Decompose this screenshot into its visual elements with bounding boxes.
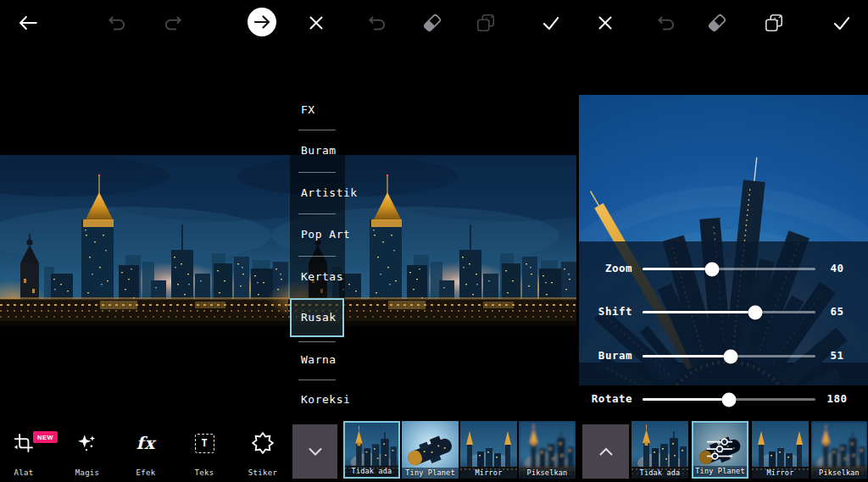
text-icon: T	[195, 434, 214, 453]
magic-sparkles-icon	[76, 432, 98, 454]
shift-slider-row: Shift 65	[579, 303, 868, 320]
rotate-slider-section: Rotate 180	[579, 385, 868, 419]
filter-thumb-label: Tiny Planet	[693, 466, 747, 477]
menu-item-rusak-selected[interactable]: Rusak	[290, 298, 344, 337]
menu-divider	[298, 341, 336, 342]
shift-slider-value: 65	[818, 305, 856, 318]
tool-efek[interactable]: fx Efek	[122, 421, 170, 482]
tool-label: Efek	[122, 468, 170, 477]
buram-slider-thumb[interactable]	[724, 349, 738, 363]
zoom-slider-value: 40	[818, 262, 856, 274]
undo-icon	[655, 12, 677, 34]
eraser-icon	[421, 12, 443, 34]
tool-label: Alat	[0, 468, 47, 477]
collapse-filmstrip-button[interactable]	[292, 424, 337, 479]
zoom-slider-label: Zoom	[579, 262, 632, 274]
undo-icon	[366, 12, 388, 34]
effects-category-menu: FX Buram Artistik Pop Art Kertas Rusak W…	[290, 47, 345, 415]
sliders-settings-icon	[707, 439, 732, 459]
eraser-icon	[706, 12, 728, 34]
shift-slider[interactable]	[643, 305, 815, 319]
filter-thumb-mirror[interactable]: Mirror	[460, 421, 517, 479]
chevron-down-icon	[303, 440, 327, 463]
zoom-slider[interactable]	[643, 262, 815, 275]
arrow-right-icon	[248, 8, 276, 36]
menu-item-buram[interactable]: Buram	[301, 143, 337, 158]
tool-stiker[interactable]: Stiker	[239, 421, 287, 482]
undo-button[interactable]	[105, 11, 129, 35]
menu-item-kertas[interactable]: Kertas	[301, 269, 343, 285]
shift-slider-label: Shift	[579, 305, 632, 318]
filter-thumb-label: Pikselkan	[811, 468, 867, 479]
zoom-slider-thumb[interactable]	[704, 262, 719, 276]
filter-thumb-pikselkan[interactable]: Pikselkan	[519, 421, 576, 479]
cancel-button[interactable]	[304, 11, 328, 35]
layers-icon	[763, 12, 785, 34]
back-button[interactable]	[16, 11, 40, 35]
rotate-slider-label: Rotate	[579, 392, 632, 405]
photo-editor-app: FX Buram Artistik Pop Art Kertas Rusak W…	[0, 0, 868, 482]
rotate-slider-row: Rotate 180	[579, 391, 868, 407]
menu-divider	[298, 172, 336, 173]
menu-divider	[298, 213, 336, 214]
filter-thumb-mirror-2[interactable]: Mirror	[752, 421, 809, 479]
undo-button-3[interactable]	[654, 11, 678, 35]
undo-icon	[106, 12, 128, 34]
menu-item-warna[interactable]: Warna	[301, 352, 337, 368]
redo-button[interactable]	[161, 11, 185, 35]
tool-label: Magis	[64, 468, 111, 477]
menu-item-pop-art[interactable]: Pop Art	[301, 227, 350, 242]
buram-slider-value: 51	[818, 349, 856, 362]
back-arrow-icon	[17, 12, 39, 34]
menu-item-artistik[interactable]: Artistik	[301, 186, 358, 201]
menu-item-rusak: Rusak	[301, 310, 337, 325]
expand-filmstrip-button[interactable]	[582, 424, 629, 479]
filter-thumb-label: Mirror	[752, 468, 809, 479]
slider-overlay: Zoom 40 Shift 65 Buram 51	[579, 241, 868, 385]
tool-label: Teks	[181, 468, 228, 477]
undo-button-2[interactable]	[365, 11, 389, 35]
apply-button[interactable]	[248, 8, 276, 36]
filter-thumb-pikselkan-2[interactable]: Pikselkan	[811, 421, 867, 479]
cancel-button-2[interactable]	[593, 11, 617, 35]
menu-item-fx[interactable]: FX	[301, 102, 315, 118]
menu-item-koreksi[interactable]: Koreksi	[301, 392, 350, 407]
menu-divider	[298, 380, 336, 380]
effect-settings-panel: Zoom 40 Shift 65 Buram 51	[579, 95, 868, 385]
layers-icon	[475, 12, 497, 34]
sticker-icon	[252, 432, 274, 454]
crop-icon	[13, 432, 35, 454]
rotate-slider-thumb[interactable]	[722, 392, 737, 407]
filter-thumb-tiny-planet[interactable]: Tiny Planet	[402, 421, 459, 479]
filter-thumb-tidak-ada[interactable]: Tidak ada	[343, 421, 400, 479]
rotate-slider-value: 180	[818, 392, 856, 405]
photo-canvas[interactable]	[0, 155, 576, 326]
layers-button[interactable]	[474, 11, 498, 35]
filter-thumb-tiny-planet-2[interactable]: Tiny Planet	[692, 421, 748, 479]
buram-slider-row: Buram 51	[579, 347, 868, 364]
chevron-up-icon	[594, 440, 618, 463]
tool-teks[interactable]: T Teks	[181, 421, 228, 482]
confirm-button[interactable]	[539, 11, 563, 35]
buram-slider-label: Buram	[579, 349, 632, 362]
check-icon	[540, 12, 562, 34]
tool-magis[interactable]: Magis	[64, 421, 111, 482]
menu-divider	[298, 130, 336, 130]
eraser-button-2[interactable]	[705, 11, 729, 35]
eraser-button[interactable]	[420, 11, 444, 35]
layers-button-2[interactable]	[762, 11, 786, 35]
filter-thumb-tidak-ada-2[interactable]: Tidak ada	[632, 421, 688, 479]
city-skyline-photo	[0, 155, 576, 326]
tool-alat[interactable]: Alat	[0, 421, 47, 482]
check-icon	[831, 12, 853, 34]
close-icon	[306, 13, 326, 33]
buram-slider[interactable]	[643, 349, 815, 363]
close-icon	[595, 13, 615, 33]
filter-thumb-label: Tidak ada	[632, 468, 688, 479]
menu-divider	[298, 256, 336, 257]
confirm-button-2[interactable]	[830, 11, 854, 35]
shift-slider-thumb[interactable]	[748, 305, 762, 319]
new-badge: NEW	[33, 431, 58, 443]
rotate-slider[interactable]	[643, 392, 815, 406]
bottom-toolbar: Alat NEW Magis fx Efek T Teks Stiker	[0, 421, 292, 482]
